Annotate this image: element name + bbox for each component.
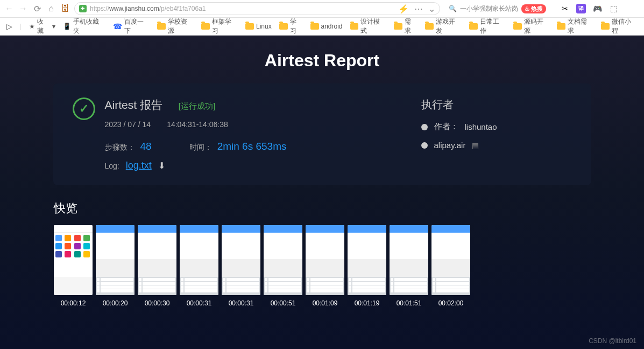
thumbnail-item[interactable]: 00:02:00	[431, 225, 470, 307]
nav-reload-button[interactable]: ⟳	[32, 4, 42, 13]
bullet-icon	[421, 124, 428, 130]
file-icon: ▤	[472, 141, 479, 150]
play-icon[interactable]: ▷	[6, 22, 12, 31]
report-subtitle: Airtest 报告	[105, 97, 162, 113]
thumbnail-item[interactable]: 00:00:12	[54, 225, 93, 307]
folder-icon	[350, 23, 359, 30]
duration-value: 2min 6s 653ms	[217, 141, 287, 152]
briefcase-icon[interactable]: 🗄	[60, 4, 70, 13]
thumbnail-item[interactable]: 00:01:51	[390, 225, 428, 307]
author-label: 作者：	[434, 122, 458, 132]
bookmark-item[interactable]: 微信小程	[601, 17, 638, 36]
folder-icon	[157, 23, 166, 30]
folder-icon	[601, 23, 610, 30]
folder-icon	[245, 23, 254, 30]
nav-forward-button[interactable]: →	[18, 4, 28, 13]
thumbnail-item[interactable]: 00:01:09	[306, 225, 344, 307]
bookmark-item[interactable]: android	[310, 23, 343, 30]
script-name: alipay.air	[434, 141, 466, 150]
folder-icon	[279, 23, 288, 30]
duration-label: 时间：	[189, 143, 212, 151]
translate-icon[interactable]: 译	[576, 4, 586, 13]
thumbnail-item[interactable]: 00:00:20	[96, 225, 135, 307]
thumbnail-time: 00:02:00	[438, 299, 464, 307]
executor-script-row: alipay.air ▤	[421, 141, 572, 150]
bullet-icon	[421, 142, 428, 149]
page-title: Airtest Report	[0, 36, 644, 83]
thumbnail-time: 00:01:19	[355, 299, 380, 307]
bookmark-item[interactable]: 日常工作	[469, 17, 506, 36]
thumbnail-time: 00:00:31	[229, 299, 254, 307]
chevron-down-icon[interactable]: ⌄	[428, 4, 435, 14]
thumbnail-item[interactable]: 00:00:31	[222, 225, 260, 307]
status-success-icon: ✓	[73, 97, 95, 120]
folder-icon	[513, 23, 522, 30]
bookmark-item[interactable]: 设计模式	[350, 17, 387, 36]
folder-icon	[310, 23, 319, 30]
status-text: [运行成功]	[179, 101, 215, 111]
folder-icon	[394, 23, 402, 30]
thumbnail-item[interactable]: 00:00:31	[180, 225, 218, 307]
quickview-title: 快览	[54, 200, 644, 217]
author-name: lishuntao	[465, 122, 497, 131]
thumbnail-time: 00:00:30	[145, 299, 170, 307]
browser-toolbar: ← → ⟳ ⌂ 🗄 ✚ https://www.jianshu.com/p/eb…	[0, 0, 644, 18]
thumbnail-time: 00:00:31	[187, 299, 212, 307]
search-box[interactable]: 🔍 一小学强制家长站岗 ♨热搜	[444, 4, 550, 13]
url-bar[interactable]: ✚ https://www.jianshu.com/p/eb4f1fa706a1…	[74, 2, 440, 15]
bookmark-item[interactable]: 框架学习	[201, 17, 238, 36]
nav-home-button[interactable]: ⌂	[46, 4, 56, 13]
more-icon[interactable]: ⋯	[414, 4, 423, 14]
steps-value: 48	[140, 141, 152, 152]
thumbnail-item[interactable]: 00:01:19	[348, 225, 386, 307]
bookmark-item[interactable]: 学习	[279, 17, 303, 36]
bookmark-item[interactable]: 游戏开发	[425, 17, 462, 36]
bookmark-item[interactable]: Linux	[245, 23, 272, 30]
search-icon: 🔍	[449, 5, 457, 12]
thumbnail-time: 00:00:20	[103, 299, 128, 307]
bookmark-item[interactable]: 需求	[394, 17, 417, 36]
game-icon[interactable]: 🎮	[592, 4, 602, 13]
log-label: Log:	[105, 162, 119, 170]
watermark: CSDN @itbird01	[589, 337, 636, 345]
bookmark-item-baidu[interactable]: ☎百度一下	[113, 17, 150, 36]
report-date: 2023 / 07 / 14	[105, 120, 151, 129]
steps-label: 步骤数：	[105, 143, 135, 151]
thumbnail-time: 00:01:09	[313, 299, 338, 307]
shield-icon: ✚	[79, 5, 87, 12]
folder-icon	[425, 23, 434, 30]
report-summary-panel: ✓ Airtest 报告 [运行成功] 2023 / 07 / 14 14:04…	[53, 83, 591, 185]
bookmark-item[interactable]: 文档需求	[557, 17, 593, 36]
executor-author-row: 作者： lishuntao	[421, 122, 572, 132]
thumbnail-time: 00:01:51	[397, 299, 422, 307]
thumbnails-row: 00:00:12 00:00:20 00:00:30 00:00:31 00:0…	[0, 225, 644, 307]
folder-icon	[469, 23, 478, 30]
hot-badge: ♨热搜	[521, 4, 546, 13]
nav-back-button[interactable]: ←	[4, 4, 14, 13]
thumbnail-item[interactable]: 00:00:30	[138, 225, 176, 307]
download-icon[interactable]: ⬇	[158, 160, 165, 171]
log-link[interactable]: log.txt	[126, 160, 152, 171]
bookmark-item[interactable]: 学校资源	[157, 17, 194, 36]
toolbar-right-icons: ✂ 译 🎮 ⬚	[555, 4, 624, 13]
url-text: https://www.jianshu.com/p/eb4f1fa706a1	[90, 5, 206, 12]
folder-icon	[557, 23, 565, 30]
thumbnail-item[interactable]: 00:00:51	[264, 225, 302, 307]
search-placeholder: 一小学强制家长站岗	[460, 4, 518, 13]
scissors-icon[interactable]: ✂	[560, 4, 570, 13]
report-time-range: 14:04:31-14:06:38	[167, 120, 228, 129]
thumbnail-time: 00:00:51	[271, 299, 296, 307]
bookmark-item-phone[interactable]: 📱手机收藏夹	[63, 17, 105, 36]
extension-icon[interactable]: ⬚	[608, 4, 618, 13]
folder-icon	[201, 23, 210, 30]
thumbnail-time: 00:00:12	[61, 299, 86, 307]
bookmark-item[interactable]: 源码开源	[513, 17, 550, 36]
report-body: Airtest Report ✓ Airtest 报告 [运行成功] 2023 …	[0, 36, 644, 349]
lightning-icon[interactable]: ⚡	[398, 4, 409, 14]
bookmarks-bar: ▷ | ★收藏 ▾ 📱手机收藏夹 ☎百度一下 学校资源 框架学习 Linux 学…	[0, 18, 644, 36]
favorites-button[interactable]: ★收藏 ▾	[29, 17, 55, 36]
executor-title: 执行者	[421, 97, 572, 112]
